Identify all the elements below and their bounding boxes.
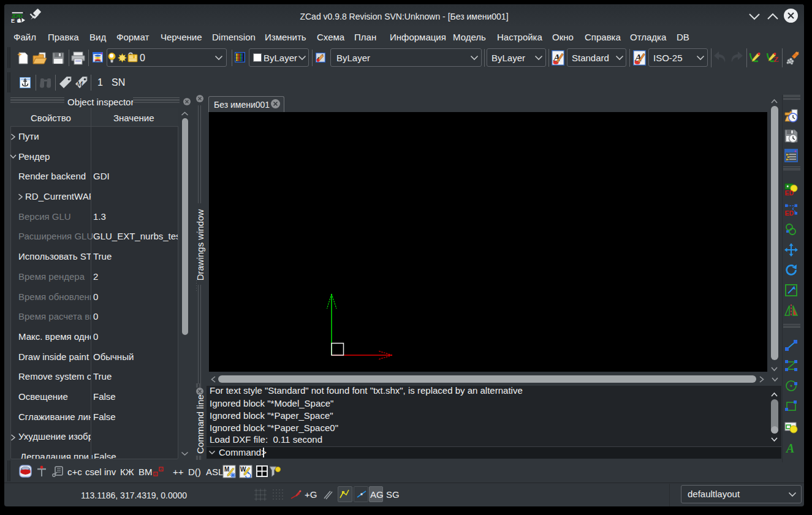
svg-text:A: A [785, 442, 794, 454]
svg-text:M: M [224, 466, 229, 473]
svg-text:Z: Z [773, 55, 779, 64]
svg-text:ED: ED [785, 189, 794, 196]
svg-text:M: M [76, 80, 83, 88]
svg-text:ED: ED [785, 209, 794, 217]
